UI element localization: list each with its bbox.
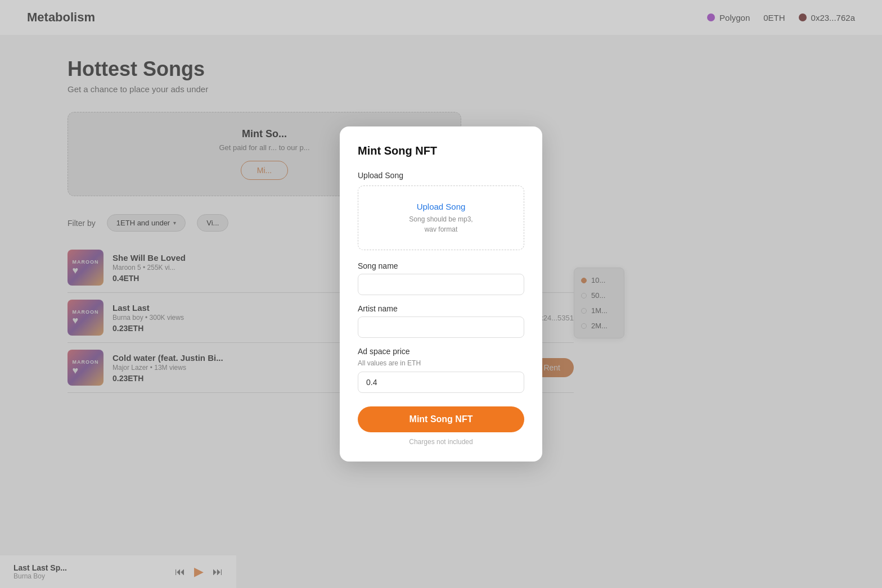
ad-price-hint: All values are in ETH — [358, 359, 524, 367]
modal-overlay[interactable]: Mint Song NFT Upload Song Upload Song So… — [0, 0, 882, 588]
song-name-label: Song name — [358, 261, 524, 270]
song-name-group: Song name — [358, 261, 524, 295]
upload-hint-line2: wav format — [425, 225, 458, 233]
mint-song-modal: Mint Song NFT Upload Song Upload Song So… — [340, 126, 542, 462]
artist-name-group: Artist name — [358, 304, 524, 338]
song-name-input[interactable] — [358, 274, 524, 295]
upload-zone[interactable]: Upload Song Song should be mp3, wav form… — [358, 186, 524, 250]
upload-link[interactable]: Upload Song — [370, 202, 512, 211]
ad-price-label: Ad space price — [358, 347, 524, 356]
charges-note: Charges not included — [358, 438, 524, 446]
ad-price-input[interactable] — [358, 372, 524, 393]
mint-song-nft-button[interactable]: Mint Song NFT — [358, 406, 524, 432]
modal-title: Mint Song NFT — [358, 144, 524, 157]
artist-name-input[interactable] — [358, 316, 524, 338]
artist-name-label: Artist name — [358, 304, 524, 313]
upload-label: Upload Song — [358, 171, 524, 180]
upload-section: Upload Song Upload Song Song should be m… — [358, 171, 524, 250]
upload-hint-line1: Song should be mp3, — [409, 215, 472, 223]
ad-price-group: Ad space price All values are in ETH — [358, 347, 524, 393]
